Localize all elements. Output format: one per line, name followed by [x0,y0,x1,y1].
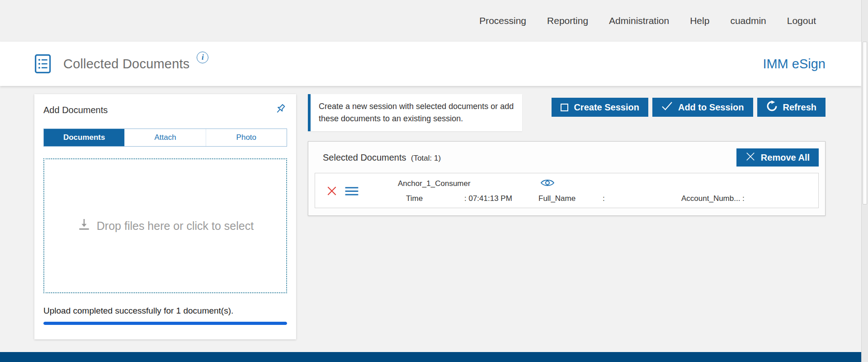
main-content: Add Documents Documents Attach Photo [0,86,861,339]
refresh-label: Refresh [783,102,816,113]
nav-logout[interactable]: Logout [787,15,816,26]
delete-document-icon[interactable] [326,185,338,199]
scrollbar-track [861,0,868,362]
selected-documents-heading: Selected Documents (Total: 1) [323,152,441,163]
add-documents-tabs: Documents Attach Photo [43,129,287,147]
add-to-session-label: Add to Session [678,102,744,113]
document-list-icon [34,54,52,74]
drag-handle-icon[interactable] [344,186,359,198]
document-row: Anchor_1_Consumer Time : 07:41:13 PM Ful… [315,173,819,208]
page-header: Collected Documents i IMM eSign [0,42,861,86]
field-label-account-number: Account_Numb... [681,194,740,203]
dropzone-text: Drop files here or click to select [97,219,254,233]
refresh-button[interactable]: Refresh [757,98,826,117]
tab-attach[interactable]: Attach [124,129,205,146]
field-label-full-name: Full_Name [538,194,576,203]
field-value-time: : 07:41:13 PM [464,194,512,203]
upload-progress-fill [43,322,287,325]
brand-logo: IMM eSign [763,57,826,71]
upload-progress-bar [43,322,287,325]
file-dropzone[interactable]: Drop files here or click to select [43,158,287,293]
create-session-label: Create Session [574,102,639,113]
nav-help[interactable]: Help [690,15,709,26]
session-info-message: Create a new session with selected docum… [308,94,522,131]
nav-processing[interactable]: Processing [479,15,526,26]
add-to-session-button[interactable]: Add to Session [652,98,753,117]
preview-eye-icon[interactable] [540,177,555,190]
info-icon[interactable]: i [197,52,208,63]
selected-documents-title: Selected Documents [323,152,406,162]
session-buttons: Create Session Add to Session [552,98,826,117]
new-session-icon [561,104,568,111]
nav-reporting[interactable]: Reporting [547,15,588,26]
add-documents-title: Add Documents [43,102,108,115]
remove-all-label: Remove All [761,152,810,163]
scrollbar-thumb[interactable] [863,42,867,205]
download-icon [77,217,91,234]
upload-status-text: Upload completed successfully for 1 docu… [43,306,287,316]
selected-documents-total: (Total: 1) [411,154,441,162]
field-label-time: Time [406,194,423,203]
top-nav: Processing Reporting Administration Help… [0,0,861,42]
refresh-icon [766,100,778,114]
close-icon [745,152,755,164]
nav-user-cuadmin[interactable]: cuadmin [730,15,766,26]
nav-administration[interactable]: Administration [609,15,669,26]
selected-documents-panel: Selected Documents (Total: 1) Remove All [308,141,826,216]
page-title: Collected Documents [63,57,189,71]
pin-icon[interactable] [274,102,287,118]
field-value-full-name: : [603,194,605,203]
create-session-button[interactable]: Create Session [552,98,648,117]
tab-photo[interactable]: Photo [206,129,287,146]
footer-bar [0,352,861,362]
add-documents-panel: Add Documents Documents Attach Photo [34,94,296,339]
field-value-account-number: : [742,194,745,203]
document-name: Anchor_1_Consumer [398,179,471,188]
remove-all-button[interactable]: Remove All [736,148,819,167]
app-window: Processing Reporting Administration Help… [0,0,861,362]
checkmark-icon [661,101,673,113]
tab-documents[interactable]: Documents [44,129,124,146]
session-column: Create a new session with selected docum… [308,94,826,216]
